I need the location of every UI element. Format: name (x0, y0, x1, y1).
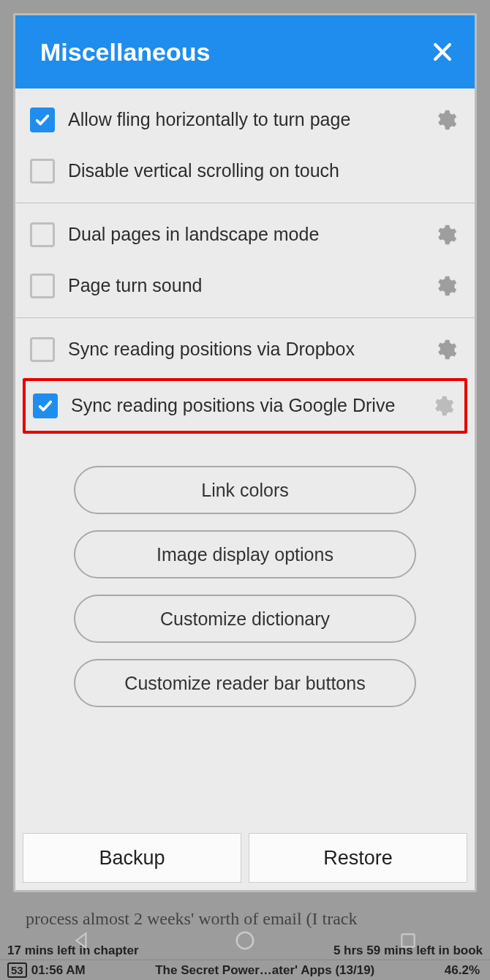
checkbox-disable-vscroll[interactable] (30, 159, 55, 184)
bg-progress: 46.2% (445, 963, 490, 978)
bg-time: 01:56 AM (31, 963, 86, 978)
gear-sync-gdrive[interactable] (428, 391, 457, 421)
label-allow-fling: Allow fling horizontally to turn page (68, 108, 425, 131)
label-disable-vscroll: Disable vertical scrolling on touch (68, 159, 460, 182)
section-pages: Dual pages in landscape mode Page turn s… (15, 203, 475, 318)
battery-icon: 53 (7, 962, 27, 978)
checkbox-dual-pages[interactable] (30, 222, 55, 247)
miscellaneous-dialog: Miscellaneous Allow fling horizontally t… (13, 13, 477, 892)
restore-button[interactable]: Restore (249, 833, 467, 883)
label-sync-gdrive: Sync reading positions via Google Drive (71, 394, 422, 417)
label-page-turn-sound: Page turn sound (68, 274, 425, 297)
section-sync: Sync reading positions via Dropbox Sync … (15, 318, 475, 826)
checkbox-sync-dropbox[interactable] (30, 337, 55, 362)
button-customize-dictionary[interactable]: Customize dictionary (74, 595, 416, 643)
row-sync-dropbox[interactable]: Sync reading positions via Dropbox (15, 324, 475, 375)
dialog-header: Miscellaneous (15, 15, 475, 88)
label-dual-pages: Dual pages in landscape mode (68, 223, 425, 246)
section-fling: Allow fling horizontally to turn page Di… (15, 88, 475, 203)
bg-partial-text: process almost 2 weeks' worth of email (… (26, 909, 464, 929)
row-sync-gdrive-highlighted[interactable]: Sync reading positions via Google Drive (23, 378, 467, 434)
button-link-colors[interactable]: Link colors (74, 466, 416, 514)
button-customize-reader-bar[interactable]: Customize reader bar buttons (74, 659, 416, 707)
dialog-title: Miscellaneous (40, 38, 210, 67)
row-allow-fling[interactable]: Allow fling horizontally to turn page (15, 94, 475, 146)
button-stack: Link colors Image display options Custom… (15, 437, 475, 707)
row-page-turn-sound[interactable]: Page turn sound (15, 260, 475, 312)
gear-dual-pages[interactable] (431, 220, 460, 249)
checkbox-page-turn-sound[interactable] (30, 274, 55, 298)
label-sync-dropbox: Sync reading positions via Dropbox (68, 338, 425, 361)
dialog-footer: Backup Restore (15, 826, 475, 890)
gear-allow-fling[interactable] (431, 105, 460, 135)
gear-sync-dropbox[interactable] (431, 335, 460, 364)
row-disable-vscroll[interactable]: Disable vertical scrolling on touch (15, 146, 475, 197)
backup-button[interactable]: Backup (23, 833, 241, 883)
button-image-display-options[interactable]: Image display options (74, 530, 416, 578)
gear-page-turn-sound[interactable] (431, 271, 460, 301)
bg-hrs-left-book: 5 hrs 59 mins left in book (333, 943, 483, 958)
checkbox-sync-gdrive[interactable] (33, 393, 58, 418)
checkbox-allow-fling[interactable] (30, 108, 55, 132)
row-dual-pages[interactable]: Dual pages in landscape mode (15, 209, 475, 260)
bg-book-title: The Secret Power…ater' Apps (13/19) (86, 963, 445, 978)
close-button[interactable] (428, 37, 457, 67)
bg-mins-left-chapter: 17 mins left in chapter (7, 943, 139, 958)
